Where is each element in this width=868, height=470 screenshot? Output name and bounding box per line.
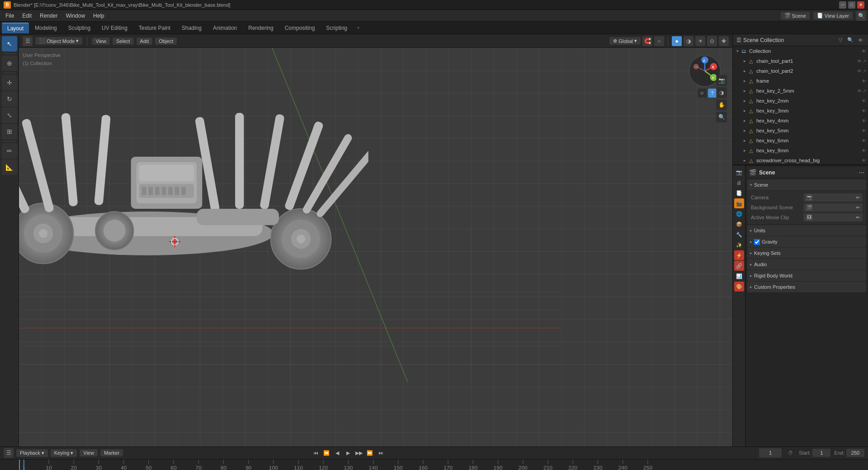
outliner-item-chain1[interactable]: ▸ △ chain_tool_part1 👁 ↗: [733, 56, 868, 66]
jump-end-button[interactable]: ⏭: [376, 448, 385, 457]
select-menu[interactable]: Select: [113, 38, 134, 45]
outliner-item-screwbig[interactable]: ▸ △ screwdriver_cross_head_big 👁: [733, 155, 868, 164]
outliner-item-hex25[interactable]: ▸ △ hex_key_2_5mm 👁 ↗: [733, 86, 868, 96]
hex4-eye[interactable]: 👁: [862, 118, 866, 123]
camera-value[interactable]: 📷 ✏: [803, 193, 863, 202]
outliner-item-frame[interactable]: ▸ △ frame 👁: [733, 76, 868, 86]
props-tab-material[interactable]: 🎨: [734, 282, 744, 291]
viewport-camera-icon[interactable]: 📷: [716, 75, 727, 86]
playback-menu[interactable]: Playback ▾: [16, 449, 48, 457]
outliner-item-collection[interactable]: ▾ 🗂 Collection 👁: [733, 46, 868, 56]
outliner-item-hex6[interactable]: ▸ △ hex_key_6mm 👁: [733, 136, 868, 146]
scale-tool[interactable]: ⤡: [2, 108, 17, 123]
collection-eye[interactable]: 👁: [862, 49, 866, 54]
outliner-search-icon[interactable]: 🔍: [846, 36, 854, 44]
viewport-shading-material[interactable]: ◑: [684, 36, 693, 46]
proportional-edit[interactable]: ○: [654, 36, 664, 46]
add-menu[interactable]: Add: [137, 38, 153, 45]
hex8-eye[interactable]: 👁: [862, 148, 866, 153]
menu-edit[interactable]: Edit: [19, 12, 35, 20]
tab-animation[interactable]: Animation: [208, 23, 242, 33]
search-button[interactable]: 🔍: [856, 11, 866, 21]
viewport-overlay-toggle[interactable]: ⊙: [707, 36, 717, 46]
minimize-button[interactable]: ─: [839, 1, 846, 9]
prev-keyframe-button[interactable]: ⏪: [322, 448, 331, 457]
outliner-item-hex5[interactable]: ▸ △ hex_key_5mm 👁: [733, 126, 868, 136]
outliner-item-hex2[interactable]: ▸ △ hex_key_2mm 👁: [733, 96, 868, 106]
viewport-menu-icon[interactable]: ☰: [23, 36, 33, 46]
hex3-eye[interactable]: 👁: [862, 108, 866, 113]
tab-texture-paint[interactable]: Texture Paint: [133, 23, 176, 33]
props-tab-physics[interactable]: ⚡: [734, 250, 744, 260]
view-layer-selector[interactable]: 📑 View Layer: [813, 12, 853, 19]
chain2-select[interactable]: ↗: [863, 69, 866, 74]
viewport-canvas[interactable]: User Perspective (1) Collection X Y: [19, 48, 732, 446]
section-units-header[interactable]: ▸ Units: [747, 225, 866, 236]
viewport-hand-icon[interactable]: ✋: [716, 99, 727, 110]
scene-selector[interactable]: 🎬 Scene: [781, 12, 810, 19]
viewport-shading-solid[interactable]: ●: [672, 36, 682, 46]
cursor-tool[interactable]: ⊕: [2, 56, 17, 71]
outliner-item-chain2[interactable]: ▸ △ chain_tool_part2 👁 ↗: [733, 66, 868, 76]
outliner-item-hex3[interactable]: ▸ △ hex_key_3mm 👁: [733, 106, 868, 116]
menu-window[interactable]: Window: [62, 12, 89, 20]
gravity-checkbox[interactable]: [754, 239, 760, 245]
section-rigid-header[interactable]: ▸ Rigid Body World: [747, 270, 866, 281]
menu-file[interactable]: File: [2, 12, 18, 20]
annotate-tool[interactable]: ✏: [2, 143, 17, 159]
tab-shading[interactable]: Shading: [176, 23, 207, 33]
hex25-eye[interactable]: 👁: [857, 89, 862, 94]
chain1-select[interactable]: ↗: [863, 59, 866, 64]
outliner-item-hex4[interactable]: ▸ △ hex_key_4mm 👁: [733, 116, 868, 126]
viewport-search-icon[interactable]: 🔍: [716, 112, 727, 122]
camera-field-edit[interactable]: ✏: [856, 195, 860, 201]
view-menu[interactable]: View: [92, 38, 110, 45]
mode-selector[interactable]: ⬛ Object Mode ▾: [35, 37, 82, 45]
tab-modeling[interactable]: Modeling: [29, 23, 62, 33]
movie-clip-edit[interactable]: ✏: [856, 215, 860, 221]
transform-tool[interactable]: ⊞: [2, 124, 17, 139]
tab-compositing[interactable]: Compositing: [279, 23, 321, 33]
global-selector[interactable]: ⊕ Global ▾: [609, 37, 641, 45]
timeline-ruler[interactable]: 1 10 20 30 40 50 60 70 80 90 100 110 120: [0, 460, 868, 470]
props-tab-viewlayer[interactable]: 📑: [734, 188, 744, 198]
bg-scene-value[interactable]: 🎬 ✏: [803, 203, 863, 212]
outliner-filter-icon[interactable]: ▽: [836, 36, 844, 44]
jump-start-button[interactable]: ⏮: [311, 448, 320, 457]
props-tab-world[interactable]: 🌐: [734, 209, 744, 219]
move-tool[interactable]: ✛: [2, 75, 17, 90]
movie-clip-value[interactable]: 🎞 ✏: [803, 213, 863, 221]
marker-menu[interactable]: Marker: [100, 449, 123, 456]
tab-layout[interactable]: Layout: [2, 23, 29, 33]
section-custom-header[interactable]: ▸ Custom Properties: [747, 282, 866, 292]
hex6-eye[interactable]: 👁: [862, 138, 866, 143]
props-tab-object[interactable]: 📦: [734, 219, 744, 229]
menu-render[interactable]: Render: [36, 12, 61, 20]
frame-eye[interactable]: 👁: [862, 79, 866, 84]
section-scene-header[interactable]: ▾ Scene: [747, 179, 866, 190]
section-audio-header[interactable]: ▸ Audio: [747, 259, 866, 270]
play-button[interactable]: ▶: [344, 448, 353, 457]
rotate-tool[interactable]: ↻: [2, 91, 17, 107]
props-tab-scene[interactable]: 🎬: [734, 198, 744, 208]
section-gravity-header[interactable]: ▸ Gravity: [747, 236, 866, 247]
chain1-eye[interactable]: 👁: [857, 59, 862, 64]
measure-tool[interactable]: 📐: [2, 160, 17, 175]
next-keyframe-button[interactable]: ⏩: [365, 448, 374, 457]
screwbig-eye[interactable]: 👁: [862, 158, 866, 163]
viewport-gizmo-toggle[interactable]: ✚: [719, 36, 729, 46]
play-back-button[interactable]: ◀: [333, 448, 342, 457]
tab-scripting[interactable]: Scripting: [321, 23, 353, 33]
tab-uv-editing[interactable]: UV Editing: [96, 23, 133, 33]
section-keying-header[interactable]: ▸ Keying Sets: [747, 248, 866, 258]
close-button[interactable]: ✕: [857, 1, 864, 9]
outliner-item-hex8[interactable]: ▸ △ hex_key_8mm 👁: [733, 146, 868, 155]
add-workspace-button[interactable]: +: [353, 23, 363, 33]
props-tab-render[interactable]: 📷: [734, 167, 744, 177]
props-tab-modifier[interactable]: 🔧: [734, 230, 744, 240]
props-header-menu[interactable]: ⋯: [859, 169, 864, 176]
hex2-eye[interactable]: 👁: [862, 99, 866, 103]
viewport-shading-rendered[interactable]: ☀: [695, 36, 705, 46]
bg-scene-edit[interactable]: ✏: [856, 205, 860, 211]
chain2-eye[interactable]: 👁: [857, 69, 862, 74]
